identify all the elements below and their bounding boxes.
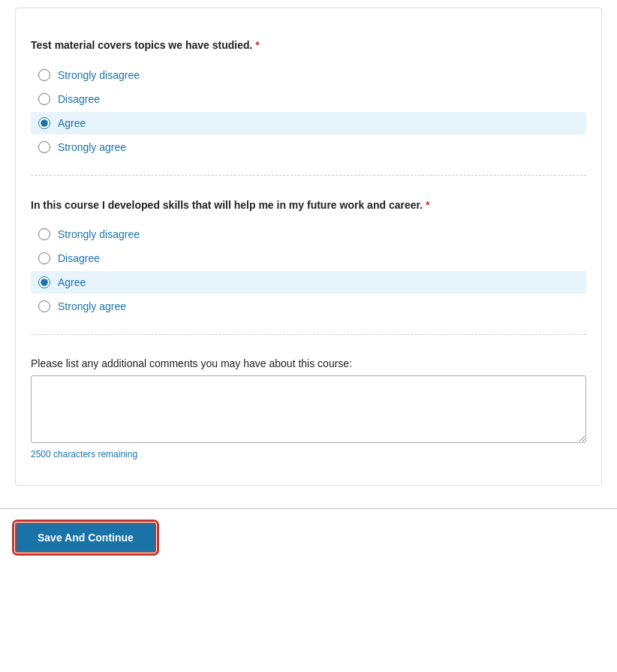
radio-label-q2-strongly-disagree: Strongly disagree <box>58 228 140 240</box>
divider-2 <box>31 334 586 335</box>
radio-q1-strongly-agree[interactable] <box>38 141 50 153</box>
radio-option-q2-strongly-disagree[interactable]: Strongly disagree <box>31 223 586 246</box>
radio-q1-disagree[interactable] <box>38 93 50 105</box>
radio-option-q1-agree[interactable]: Agree <box>31 112 586 134</box>
question-label-2: In this course I developed skills that w… <box>31 198 586 213</box>
radio-q2-strongly-agree[interactable] <box>38 300 50 312</box>
question-text-1: Test material covers topics we have stud… <box>31 39 252 51</box>
save-and-continue-button[interactable]: Save And Continue <box>15 523 156 553</box>
required-star-1: * <box>255 39 259 51</box>
radio-q2-strongly-disagree[interactable] <box>38 228 50 240</box>
divider-1 <box>31 175 586 176</box>
question-label-1: Test material covers topics we have stud… <box>31 38 586 53</box>
page-wrapper: Test material covers topics we have stud… <box>0 0 617 672</box>
footer-bar: Save And Continue <box>0 508 617 566</box>
radio-option-q1-disagree[interactable]: Disagree <box>31 88 586 110</box>
radio-q2-agree[interactable] <box>38 276 50 288</box>
comments-section: Please list any additional comments you … <box>31 342 586 467</box>
radio-label-q2-agree: Agree <box>58 276 86 288</box>
radio-q1-agree[interactable] <box>38 117 50 129</box>
question-block-1: Test material covers topics we have stud… <box>31 23 586 167</box>
char-remaining: 2500 characters remaining <box>31 449 586 460</box>
radio-label-q2-disagree: Disagree <box>58 252 100 264</box>
comments-label: Please list any additional comments you … <box>31 357 586 369</box>
comments-textarea[interactable] <box>31 375 586 443</box>
required-star-2: * <box>426 199 429 211</box>
radio-option-q1-strongly-disagree[interactable]: Strongly disagree <box>31 64 586 86</box>
radio-q1-strongly-disagree[interactable] <box>38 69 50 81</box>
radio-label-q1-disagree: Disagree <box>58 93 100 105</box>
radio-label-q2-strongly-agree: Strongly agree <box>58 300 126 312</box>
radio-label-q1-strongly-agree: Strongly agree <box>58 141 126 153</box>
radio-option-q1-strongly-agree[interactable]: Strongly agree <box>31 136 586 158</box>
radio-option-q2-strongly-agree[interactable]: Strongly agree <box>31 295 586 318</box>
question-text-2: In this course I developed skills that w… <box>31 199 423 211</box>
question-block-2: In this course I developed skills that w… <box>31 183 586 327</box>
radio-option-q2-agree[interactable]: Agree <box>31 271 586 294</box>
radio-label-q1-agree: Agree <box>58 117 86 129</box>
content-area: Test material covers topics we have stud… <box>0 0 617 501</box>
radio-option-q2-disagree[interactable]: Disagree <box>31 247 586 270</box>
survey-card: Test material covers topics we have stud… <box>15 8 602 486</box>
radio-label-q1-strongly-disagree: Strongly disagree <box>58 69 140 81</box>
radio-q2-disagree[interactable] <box>38 252 50 264</box>
